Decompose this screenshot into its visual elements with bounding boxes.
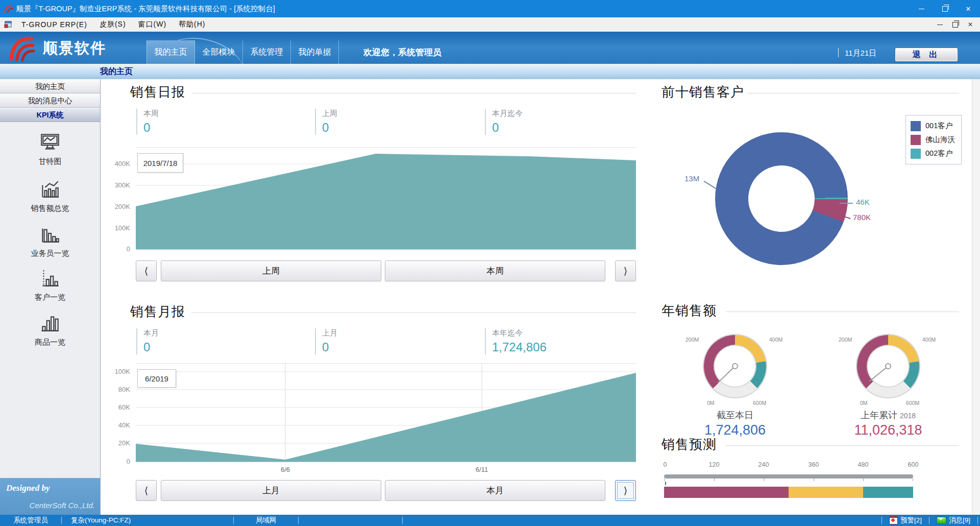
section-divider: [726, 312, 959, 312]
gauge-tick-600m: 600M: [906, 400, 919, 406]
monthly-area-chart[interactable]: [136, 363, 636, 462]
company-name: CenterSoft Co.,Ltd.: [30, 501, 95, 510]
status-network: 局域网: [234, 515, 298, 526]
mdi-restore-button[interactable]: [947, 18, 963, 31]
mdi-minimize-button[interactable]: [932, 18, 947, 31]
sidebar-tool-product-list[interactable]: 商品一览: [0, 311, 100, 347]
sidebar: 我的主页 我的消息中心 KPI系统 甘特图: [0, 79, 101, 515]
daily-report-title: 销售日报: [130, 83, 185, 101]
welcome-text: 欢迎您，系统管理员: [363, 40, 442, 64]
stat-value: 1,724,806: [492, 340, 660, 354]
legend-item-001[interactable]: 001客户: [911, 119, 957, 133]
forecast-tickmark: [913, 479, 913, 481]
stat-label: 上周: [322, 109, 491, 118]
dashboard-content: 销售日报 本周 0 上周 0 本月迄今 0 400K 300K 200K 100…: [101, 79, 972, 515]
tab-my-documents[interactable]: 我的单据: [291, 40, 339, 64]
sidebar-tool-salesman-list[interactable]: 业务员一览: [0, 222, 100, 258]
window-title: 顺景『T-GROUP』制造业ERP系统 - 东莞顺景软件科技有限公司 - [系统…: [16, 4, 275, 14]
gauge-tick-400m: 400M: [922, 337, 936, 343]
daily-this-week-button[interactable]: 本周: [385, 260, 605, 281]
menu-window[interactable]: 窗口(W): [132, 17, 173, 32]
forecast-tickmark: [764, 479, 764, 481]
shunjing-logo-icon: [7, 34, 40, 62]
forecast-gauge-track: [664, 474, 913, 479]
alert-icon: [889, 516, 898, 524]
gauge-year-to-date[interactable]: [704, 335, 766, 397]
window-restore-button[interactable]: [933, 0, 957, 17]
monthly-prev-page-button[interactable]: ⟨: [136, 480, 157, 501]
monthly-last-month-button[interactable]: 上月: [161, 480, 381, 501]
monthly-chart-tooltip: 6/2019: [137, 369, 176, 388]
erp-application-window: 顺景『T-GROUP』制造业ERP系统 - 东莞顺景软件科技有限公司 - [系统…: [0, 0, 980, 526]
gauge-tick-0m: 0M: [860, 400, 868, 406]
monthly-this-month-button[interactable]: 本月: [385, 480, 605, 501]
top-customers-donut-chart[interactable]: [715, 132, 848, 265]
menu-bar: T-GROUP ERP(E) 皮肤(S) 窗口(W) 帮助(H) ✕: [0, 17, 980, 32]
y-axis-tick: 80K: [101, 386, 130, 393]
window-close-button[interactable]: ✕: [957, 0, 980, 17]
section-divider: [748, 93, 959, 93]
y-axis-tick: 0: [101, 245, 130, 253]
restore-icon: [952, 22, 958, 28]
menu-skin[interactable]: 皮肤(S): [93, 17, 132, 32]
daily-next-page-button[interactable]: ⟩: [615, 260, 636, 281]
menu-help[interactable]: 帮助(H): [173, 17, 211, 32]
sidebar-tool-label: 销售额总览: [0, 204, 100, 213]
app-logo-icon: [4, 4, 14, 13]
logout-button[interactable]: 退 出: [895, 47, 958, 62]
designed-by-text: Designed by: [6, 483, 50, 493]
sidebar-tool-sales-overview[interactable]: 销售额总览: [0, 177, 100, 213]
gauge-tick-400m: 400M: [769, 337, 782, 343]
tab-my-home[interactable]: 我的主页: [146, 40, 195, 64]
legend-item-002[interactable]: 002客户: [911, 147, 957, 160]
daily-last-week-button[interactable]: 上周: [161, 260, 381, 281]
forecast-tick: 240: [752, 461, 775, 468]
sidebar-item-my-home[interactable]: 我的主页: [0, 79, 100, 93]
sidebar-item-message-center[interactable]: 我的消息中心: [0, 93, 100, 108]
sidebar-tool-label: 商品一览: [0, 338, 100, 347]
forecast-tickmark: [664, 479, 665, 481]
status-empty-segment: [299, 515, 402, 526]
legend-item-foshan[interactable]: 佛山海沃: [911, 133, 957, 147]
status-separator: [977, 517, 978, 524]
gauge-tick-200m: 200M: [685, 337, 699, 343]
y-axis-tick: 60K: [101, 403, 130, 411]
bar-line-chart-icon: [38, 177, 62, 201]
sidebar-tool-customer-list[interactable]: 客户一览: [0, 266, 100, 302]
close-icon: ✕: [966, 5, 971, 13]
daily-area-chart[interactable]: [136, 147, 636, 250]
status-messages[interactable]: 消息[9]: [929, 515, 977, 526]
sidebar-tool-gantt[interactable]: 甘特图: [0, 130, 100, 166]
mdi-close-button[interactable]: ✕: [963, 18, 978, 31]
annual-sales-title: 年销售额: [662, 302, 717, 320]
legend-swatch: [911, 149, 921, 159]
gauge-tick-600m: 600M: [753, 400, 766, 406]
stat-value: 0: [322, 340, 491, 354]
header-separator: [838, 48, 839, 57]
legend-label: 佛山海沃: [925, 135, 955, 145]
window-minimize-button[interactable]: [910, 0, 933, 17]
descending-bar-chart-icon: [38, 222, 62, 246]
tab-system-management[interactable]: 系统管理: [243, 40, 291, 64]
stat-year-to-date: 本年迄今 1,724,806: [485, 328, 660, 354]
legend-swatch: [911, 135, 921, 145]
y-axis-tick: 40K: [101, 421, 130, 429]
menu-tgroup-erp[interactable]: T-GROUP ERP(E): [15, 17, 93, 32]
status-alerts[interactable]: 预警[2]: [882, 515, 929, 526]
vertical-scrollbar[interactable]: [972, 79, 980, 515]
tab-all-modules[interactable]: 全部模块: [195, 40, 243, 64]
donut-callout-46k: 46K: [856, 198, 870, 206]
sidebar-item-kpi-system[interactable]: KPI系统: [0, 108, 100, 122]
x-axis-tick: 6/6: [270, 466, 301, 473]
app-header: 顺景软件 我的主页 全部模块 系统管理 我的单据 欢迎您，系统管理员 11月21…: [0, 32, 980, 64]
legend-label: 002客户: [925, 149, 952, 158]
daily-prev-page-button[interactable]: ⟨: [136, 260, 157, 281]
donut-legend: 001客户 佛山海沃 002客户: [905, 115, 962, 164]
y-axis-tick: 100K: [101, 224, 130, 232]
gauge-last-year[interactable]: [857, 335, 919, 397]
stat-last-month: 上月 0: [315, 328, 491, 354]
forecast-band-high: [863, 487, 913, 498]
monthly-next-page-button[interactable]: ⟩: [615, 480, 636, 501]
document-tab-strip: 我的主页: [0, 64, 980, 80]
y-axis-tick: 200K: [101, 203, 130, 210]
